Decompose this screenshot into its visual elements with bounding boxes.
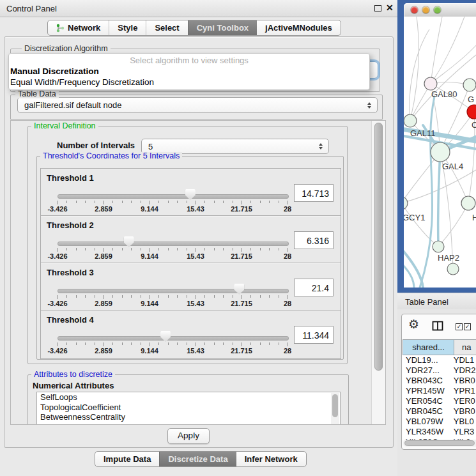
network-node[interactable] <box>404 197 408 210</box>
slider-tick <box>269 295 270 298</box>
table-cell-shared-name[interactable]: YLR345W <box>403 427 451 437</box>
slider-tick <box>158 342 159 345</box>
network-edge[interactable] <box>410 29 429 121</box>
slider-track[interactable] <box>58 336 289 341</box>
slider-scale-label: 21.715 <box>222 347 261 355</box>
mac-minimize-button[interactable] <box>422 6 429 13</box>
slider-tick <box>288 248 288 252</box>
close-panel-icon[interactable]: ✕ <box>386 3 394 13</box>
settings-scrollbar[interactable] <box>371 121 385 424</box>
table-cell-name[interactable]: YDL1 <box>451 355 476 365</box>
slider-tick <box>66 248 67 250</box>
slider-tick <box>214 248 215 250</box>
mac-zoom-button[interactable] <box>434 6 441 13</box>
tab-jactivemnodules-label: jActiveMNodules <box>265 23 332 33</box>
table-row[interactable]: YDR27...YDR2 <box>403 365 476 376</box>
table-cell-name[interactable]: YDR2 <box>451 365 476 376</box>
mac-close-button[interactable] <box>411 6 418 13</box>
column-header-shared-name[interactable]: shared... <box>403 339 454 355</box>
network-window-titlebar[interactable] <box>404 3 476 17</box>
slider-tick <box>131 201 132 203</box>
network-edge[interactable] <box>410 17 418 121</box>
slider-track[interactable] <box>58 194 289 199</box>
table-cell-name[interactable]: YPR1 <box>451 386 476 396</box>
network-node[interactable] <box>431 142 450 162</box>
slider-tick <box>250 201 251 203</box>
table-cell-name[interactable]: YBR0 <box>451 376 476 386</box>
tab-cyni-toolbox[interactable]: Cyni Toolbox <box>188 20 257 35</box>
table-row[interactable]: YLR345WYLR3 <box>403 427 476 437</box>
attribute-list-item-selfloops[interactable]: SelfLoops <box>37 392 340 403</box>
settings-scrollbar-thumb[interactable] <box>374 123 383 371</box>
slider-track[interactable] <box>58 242 289 246</box>
tab-style[interactable]: Style <box>109 20 146 35</box>
column-checkbox-icon[interactable]: ✓ <box>456 323 463 330</box>
slider-scale-label: -3.426 <box>38 252 77 260</box>
table-cell-shared-name[interactable]: YER054C <box>403 396 451 406</box>
threshold-value-input[interactable]: 14.713 <box>294 184 334 202</box>
scrollbar-thumb[interactable] <box>332 394 338 417</box>
slider-scale-label: -3.426 <box>38 205 77 213</box>
table-settings-gear-icon[interactable]: ⚙ <box>408 317 419 332</box>
network-edge-highlighted[interactable] <box>438 152 440 247</box>
scrollbar-thumb[interactable] <box>404 440 475 446</box>
network-node[interactable] <box>467 105 476 119</box>
attributes-list-scrollbar[interactable] <box>331 393 339 425</box>
threshold-value-input[interactable]: 11.344 <box>294 326 334 344</box>
split-columns-icon[interactable] <box>432 320 443 332</box>
attribute-list-item-topologicalcoefficient[interactable]: TopologicalCoefficient <box>37 403 340 413</box>
slider-scale-label: 28 <box>268 252 307 260</box>
tab-impute-data[interactable]: Impute Data <box>95 452 159 466</box>
tab-jactivemnodules[interactable]: jActiveMNodules <box>257 20 341 35</box>
table-cell-name[interactable]: YBL0 <box>451 417 476 427</box>
popup-option-equal-width-frequency[interactable]: Equal Width/Frequency Discretization <box>10 77 154 87</box>
table-row[interactable]: YPR145WYPR1 <box>403 386 476 396</box>
network-node[interactable] <box>433 241 444 252</box>
network-edge[interactable] <box>431 45 476 84</box>
attribute-list-item-betweennesscentrality[interactable]: BetweennessCentrality <box>37 412 340 422</box>
tab-network[interactable]: Network <box>48 20 109 35</box>
tab-infer-network[interactable]: Infer Network <box>236 452 306 466</box>
column-header-name[interactable]: na <box>454 339 476 355</box>
slider-scale-label: 21.715 <box>222 300 261 307</box>
network-node[interactable] <box>461 196 475 210</box>
network-node[interactable] <box>463 79 476 91</box>
network-canvas[interactable]: GAL80GCGAL11GAL4GCY1HHAP2 <box>404 17 476 288</box>
table-cell-name[interactable]: YLR3 <box>451 427 476 437</box>
network-node[interactable] <box>447 263 459 275</box>
threshold-value-input[interactable]: 6.316 <box>294 231 334 249</box>
column-checkbox-icon[interactable]: ✓ <box>464 323 471 330</box>
table-cell-shared-name[interactable]: YDR27... <box>403 365 451 376</box>
table-cell-shared-name[interactable]: YPR145W <box>403 386 451 396</box>
table-row[interactable]: YER054CYER0 <box>403 396 476 406</box>
network-edge[interactable] <box>438 203 468 247</box>
table-row[interactable]: YBR043CYBR0 <box>403 376 476 386</box>
table-horizontal-scrollbar[interactable] <box>403 440 476 447</box>
slider-track[interactable] <box>58 289 289 293</box>
table-row[interactable]: YDL19...YDL1 <box>403 355 476 365</box>
network-edge-highlighted[interactable] <box>404 263 414 288</box>
slider-scale-label: 2.859 <box>84 252 123 260</box>
table-data-combobox[interactable]: galFiltered.sif default node <box>17 97 378 113</box>
network-node[interactable] <box>404 114 417 127</box>
popup-option-manual-discretization[interactable]: Manual Discretization <box>10 66 99 76</box>
table-row[interactable]: YBL079WYBL0 <box>403 417 476 427</box>
table-cell-shared-name[interactable]: YBL079W <box>403 417 451 427</box>
network-edge[interactable] <box>431 17 442 84</box>
network-node[interactable] <box>424 77 437 90</box>
table-cell-name[interactable]: YER0 <box>451 396 476 406</box>
table-cell-shared-name[interactable]: YBR045C <box>403 406 451 417</box>
attributes-group-title: Attributes to discretize <box>31 371 115 379</box>
slider-tick <box>131 342 132 345</box>
slider-tick <box>112 342 113 345</box>
apply-button[interactable]: Apply <box>167 428 210 444</box>
table-cell-shared-name[interactable]: YDL19... <box>403 355 451 365</box>
tab-discretize-data[interactable]: Discretize Data <box>159 452 236 466</box>
table-row[interactable]: YBR045CYBR0 <box>403 406 476 417</box>
tab-select[interactable]: Select <box>146 20 187 35</box>
table-cell-shared-name[interactable]: YBR043C <box>403 376 451 386</box>
threshold-value-input[interactable]: 21.4 <box>294 279 334 296</box>
float-panel-icon[interactable] <box>374 5 381 12</box>
slider-tick <box>269 248 270 250</box>
table-cell-name[interactable]: YBR0 <box>451 406 476 417</box>
